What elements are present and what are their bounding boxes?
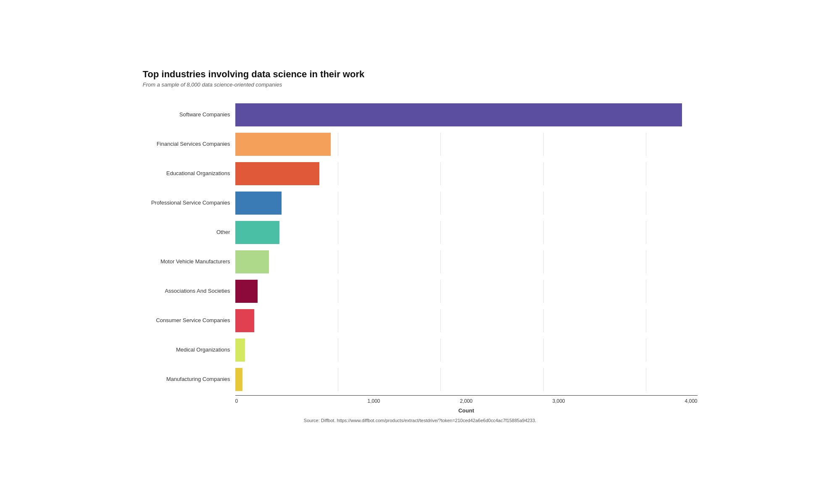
bar-rect: [235, 192, 282, 215]
chart-title: Top industries involving data science in…: [143, 69, 698, 80]
bar-label: Other: [143, 229, 235, 236]
bar-rect: [235, 280, 258, 303]
bar-rect: [235, 162, 319, 185]
bar-label: Educational Organizations: [143, 170, 235, 177]
bar-row: Manufacturing Companies: [143, 365, 698, 394]
bar-row: Software Companies: [143, 100, 698, 130]
bar-row: Educational Organizations: [143, 159, 698, 189]
bar-label: Financial Services Companies: [143, 141, 235, 148]
bar-row: Other: [143, 218, 698, 247]
x-tick: 4,000: [605, 398, 698, 404]
bar-label: Software Companies: [143, 111, 235, 118]
bar-rect: [235, 103, 682, 126]
x-tick: 3,000: [513, 398, 605, 404]
bar-row: Financial Services Companies: [143, 130, 698, 159]
x-tick: 1,000: [328, 398, 420, 404]
chart-subtitle: From a sample of 8,000 data science-orie…: [143, 81, 698, 88]
bar-row: Professional Service Companies: [143, 189, 698, 218]
bar-label: Manufacturing Companies: [143, 376, 235, 383]
bar-rect: [235, 250, 269, 273]
bar-label: Associations And Societies: [143, 288, 235, 295]
x-tick: 2,000: [420, 398, 513, 404]
bar-rect: [235, 309, 254, 332]
x-tick: 0: [235, 398, 328, 404]
bar-row: Consumer Service Companies: [143, 306, 698, 336]
bar-rect: [235, 133, 331, 156]
source-text: Source: Diffbot. https://www.diffbot.com…: [143, 418, 698, 423]
bar-label: Motor Vehicle Manufacturers: [143, 258, 235, 265]
bar-label: Professional Service Companies: [143, 200, 235, 207]
chart-container: Top industries involving data science in…: [126, 56, 714, 448]
bar-rect: [235, 368, 242, 391]
bar-row: Motor Vehicle Manufacturers: [143, 247, 698, 277]
bar-label: Consumer Service Companies: [143, 317, 235, 324]
x-axis-label: Count: [235, 407, 698, 414]
bar-row: Associations And Societies: [143, 277, 698, 306]
bar-label: Medical Organizations: [143, 346, 235, 354]
bar-rect: [235, 339, 245, 362]
chart-area: Software CompaniesFinancial Services Com…: [143, 100, 698, 394]
bar-row: Medical Organizations: [143, 336, 698, 365]
bar-rect: [235, 221, 279, 244]
x-axis: 01,0002,0003,0004,000 Count: [235, 395, 698, 414]
